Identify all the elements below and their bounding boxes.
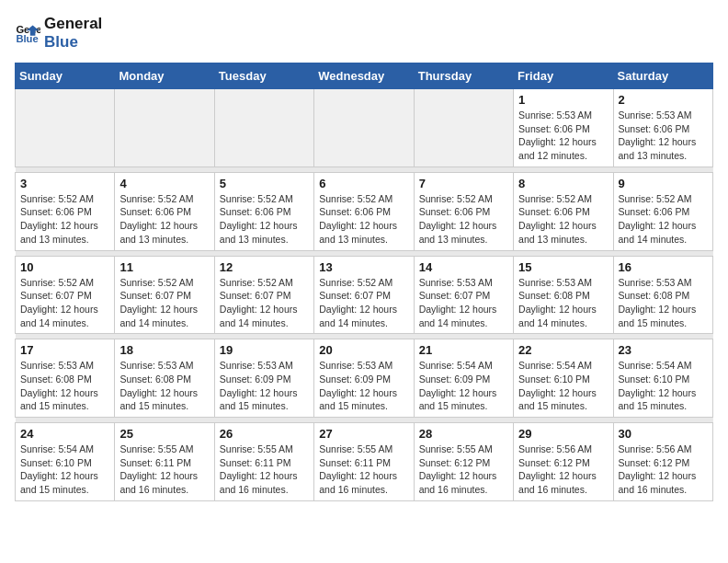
calendar-week-4: 17Sunrise: 5:53 AMSunset: 6:08 PMDayligh…: [16, 339, 713, 418]
day-number: 27: [319, 427, 408, 441]
calendar-week-3: 10Sunrise: 5:52 AMSunset: 6:07 PMDayligh…: [16, 256, 713, 334]
day-info: Sunrise: 5:53 AMSunset: 6:08 PMDaylight:…: [20, 359, 109, 413]
day-info: Sunrise: 5:53 AMSunset: 6:08 PMDaylight:…: [119, 359, 209, 413]
day-number: 18: [119, 343, 209, 357]
calendar-cell: 26Sunrise: 5:55 AMSunset: 6:11 PMDayligh…: [214, 423, 313, 501]
svg-text:Blue: Blue: [16, 33, 38, 44]
calendar-cell: [314, 89, 414, 167]
calendar-cell: 16Sunrise: 5:53 AMSunset: 6:08 PMDayligh…: [613, 256, 712, 334]
day-header-sunday: Sunday: [16, 63, 115, 89]
day-number: 5: [220, 177, 309, 190]
calendar-cell: 10Sunrise: 5:52 AMSunset: 6:07 PMDayligh…: [16, 256, 115, 334]
calendar-cell: [16, 89, 115, 167]
calendar-cell: 29Sunrise: 5:56 AMSunset: 6:12 PMDayligh…: [514, 423, 613, 501]
day-info: Sunrise: 5:55 AMSunset: 6:11 PMDaylight:…: [220, 442, 309, 497]
day-number: 14: [419, 260, 508, 274]
calendar-cell: 19Sunrise: 5:53 AMSunset: 6:09 PMDayligh…: [214, 339, 313, 418]
calendar-cell: 24Sunrise: 5:54 AMSunset: 6:10 PMDayligh…: [16, 423, 115, 501]
calendar-cell: 11Sunrise: 5:52 AMSunset: 6:07 PMDayligh…: [115, 256, 214, 334]
day-header-saturday: Saturday: [613, 63, 712, 89]
calendar-cell: 23Sunrise: 5:54 AMSunset: 6:10 PMDayligh…: [613, 339, 712, 418]
day-info: Sunrise: 5:55 AMSunset: 6:11 PMDaylight:…: [119, 442, 209, 497]
day-number: 23: [619, 343, 708, 357]
day-info: Sunrise: 5:53 AMSunset: 6:06 PMDaylight:…: [619, 109, 708, 163]
day-info: Sunrise: 5:54 AMSunset: 6:10 PMDaylight:…: [619, 359, 708, 413]
day-number: 3: [20, 177, 109, 190]
day-info: Sunrise: 5:52 AMSunset: 6:06 PMDaylight:…: [518, 192, 608, 247]
calendar-cell: 12Sunrise: 5:52 AMSunset: 6:07 PMDayligh…: [214, 256, 313, 334]
day-number: 10: [20, 260, 109, 274]
calendar-header-row: SundayMondayTuesdayWednesdayThursdayFrid…: [16, 63, 713, 89]
day-header-thursday: Thursday: [414, 63, 513, 89]
day-info: Sunrise: 5:56 AMSunset: 6:12 PMDaylight:…: [518, 442, 608, 497]
day-number: 22: [518, 343, 608, 357]
calendar-cell: 15Sunrise: 5:53 AMSunset: 6:08 PMDayligh…: [514, 256, 613, 334]
calendar-cell: 27Sunrise: 5:55 AMSunset: 6:11 PMDayligh…: [314, 423, 414, 501]
day-number: 20: [319, 343, 408, 357]
day-info: Sunrise: 5:52 AMSunset: 6:07 PMDaylight:…: [319, 276, 408, 330]
calendar-cell: 14Sunrise: 5:53 AMSunset: 6:07 PMDayligh…: [414, 256, 513, 334]
calendar-cell: 18Sunrise: 5:53 AMSunset: 6:08 PMDayligh…: [115, 339, 214, 418]
calendar-cell: [414, 89, 513, 167]
day-number: 11: [119, 260, 209, 274]
day-info: Sunrise: 5:52 AMSunset: 6:06 PMDaylight:…: [220, 192, 309, 247]
day-number: 26: [220, 427, 309, 441]
day-header-monday: Monday: [115, 63, 214, 89]
day-number: 7: [419, 177, 508, 190]
day-info: Sunrise: 5:52 AMSunset: 6:06 PMDaylight:…: [319, 192, 408, 247]
day-info: Sunrise: 5:56 AMSunset: 6:12 PMDaylight:…: [619, 442, 708, 497]
header: General Blue General Blue: [15, 15, 713, 52]
calendar-cell: 2Sunrise: 5:53 AMSunset: 6:06 PMDaylight…: [613, 89, 712, 167]
day-number: 13: [319, 260, 408, 274]
day-number: 4: [119, 177, 209, 190]
logo-blue: Blue: [44, 33, 102, 52]
day-number: 6: [319, 177, 408, 190]
day-number: 25: [119, 427, 209, 441]
calendar-cell: 22Sunrise: 5:54 AMSunset: 6:10 PMDayligh…: [514, 339, 613, 418]
day-info: Sunrise: 5:53 AMSunset: 6:06 PMDaylight:…: [518, 109, 608, 163]
day-info: Sunrise: 5:52 AMSunset: 6:06 PMDaylight:…: [119, 192, 209, 247]
day-number: 9: [619, 177, 708, 190]
calendar-cell: [115, 89, 214, 167]
day-header-tuesday: Tuesday: [214, 63, 313, 89]
calendar-week-5: 24Sunrise: 5:54 AMSunset: 6:10 PMDayligh…: [16, 423, 713, 501]
calendar-cell: [214, 89, 313, 167]
logo-general: General: [44, 15, 102, 33]
day-header-wednesday: Wednesday: [314, 63, 414, 89]
calendar-cell: 6Sunrise: 5:52 AMSunset: 6:06 PMDaylight…: [314, 172, 414, 250]
day-info: Sunrise: 5:54 AMSunset: 6:09 PMDaylight:…: [419, 359, 508, 413]
day-number: 1: [518, 93, 608, 107]
day-number: 17: [20, 343, 109, 357]
day-number: 2: [619, 93, 708, 107]
day-number: 8: [518, 177, 608, 190]
day-info: Sunrise: 5:54 AMSunset: 6:10 PMDaylight:…: [518, 359, 608, 413]
calendar-cell: 25Sunrise: 5:55 AMSunset: 6:11 PMDayligh…: [115, 423, 214, 501]
day-info: Sunrise: 5:52 AMSunset: 6:06 PMDaylight:…: [20, 192, 109, 247]
calendar-cell: 5Sunrise: 5:52 AMSunset: 6:06 PMDaylight…: [214, 172, 313, 250]
day-info: Sunrise: 5:52 AMSunset: 6:06 PMDaylight:…: [419, 192, 508, 247]
day-number: 16: [619, 260, 708, 274]
calendar-cell: 17Sunrise: 5:53 AMSunset: 6:08 PMDayligh…: [16, 339, 115, 418]
day-number: 21: [419, 343, 508, 357]
logo: General Blue General Blue: [15, 15, 102, 52]
day-number: 29: [518, 427, 608, 441]
day-header-friday: Friday: [514, 63, 613, 89]
day-number: 28: [419, 427, 508, 441]
day-info: Sunrise: 5:54 AMSunset: 6:10 PMDaylight:…: [20, 442, 109, 497]
day-number: 30: [619, 427, 708, 441]
calendar-cell: 28Sunrise: 5:55 AMSunset: 6:12 PMDayligh…: [414, 423, 513, 501]
calendar-cell: 4Sunrise: 5:52 AMSunset: 6:06 PMDaylight…: [115, 172, 214, 250]
calendar-cell: 1Sunrise: 5:53 AMSunset: 6:06 PMDaylight…: [514, 89, 613, 167]
day-info: Sunrise: 5:55 AMSunset: 6:11 PMDaylight:…: [319, 442, 408, 497]
day-info: Sunrise: 5:53 AMSunset: 6:09 PMDaylight:…: [319, 359, 408, 413]
day-number: 19: [220, 343, 309, 357]
day-info: Sunrise: 5:53 AMSunset: 6:07 PMDaylight:…: [419, 276, 508, 330]
calendar-cell: 13Sunrise: 5:52 AMSunset: 6:07 PMDayligh…: [314, 256, 414, 334]
calendar-cell: 30Sunrise: 5:56 AMSunset: 6:12 PMDayligh…: [613, 423, 712, 501]
logo-icon: General Blue: [15, 20, 40, 46]
day-number: 15: [518, 260, 608, 274]
calendar-cell: 3Sunrise: 5:52 AMSunset: 6:06 PMDaylight…: [16, 172, 115, 250]
day-info: Sunrise: 5:52 AMSunset: 6:07 PMDaylight:…: [20, 276, 109, 330]
day-info: Sunrise: 5:55 AMSunset: 6:12 PMDaylight:…: [419, 442, 508, 497]
calendar-cell: 7Sunrise: 5:52 AMSunset: 6:06 PMDaylight…: [414, 172, 513, 250]
